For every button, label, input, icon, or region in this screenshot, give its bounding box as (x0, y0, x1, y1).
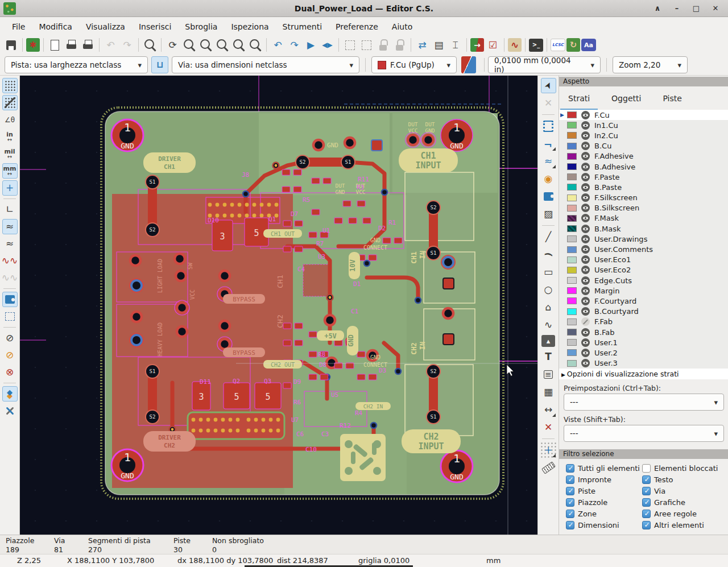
layer-color-swatch[interactable] (567, 267, 577, 274)
layer-row[interactable]: F.Cu (559, 110, 728, 120)
presets-select[interactable]: --- (564, 394, 724, 411)
views-select[interactable]: --- (564, 425, 724, 442)
dimension-tool-icon[interactable] (541, 402, 556, 417)
layer-row[interactable]: Margin (559, 285, 728, 296)
menu-visualizza[interactable]: Visualizza (80, 20, 131, 34)
close-button[interactable]: ✕ (708, 2, 723, 15)
layer-row[interactable]: User.Drawings (559, 234, 728, 244)
mirror-view-button[interactable] (320, 38, 335, 53)
layer-row[interactable]: F.Adhesive (559, 151, 728, 162)
layer-color-swatch[interactable] (567, 153, 577, 160)
place-text-tool-icon[interactable] (541, 349, 556, 365)
layer-row[interactable]: User.1 (559, 337, 728, 347)
layer-color-swatch[interactable] (567, 287, 577, 294)
layer-color-swatch[interactable] (567, 246, 577, 253)
footprint-outline-mode-icon[interactable] (2, 330, 18, 346)
layer-row[interactable]: B.Silkscreen (559, 203, 728, 213)
layer-row[interactable]: B.Adhesive (559, 162, 728, 172)
layer-color-swatch[interactable] (567, 360, 577, 367)
ratsnest-visibility-icon[interactable] (2, 219, 18, 234)
draw-circle-tool-icon[interactable] (541, 282, 556, 297)
menu-aiuto[interactable]: Aiuto (386, 20, 419, 34)
measure-tool-icon[interactable] (541, 460, 556, 475)
draw-polygon-tool-icon[interactable] (541, 300, 556, 315)
zoom-in-button[interactable] (181, 38, 197, 53)
layer-row[interactable]: F.Paste (559, 172, 728, 182)
visibility-eye-icon[interactable] (581, 193, 590, 202)
net-color-mode-icon[interactable] (2, 270, 18, 285)
layer-color-swatch[interactable] (567, 143, 577, 150)
units-mils-icon[interactable] (2, 146, 18, 162)
draw-bezier-tool-icon[interactable] (541, 317, 556, 333)
draw-rectangle-tool-icon[interactable] (541, 264, 556, 280)
layer-row[interactable]: In1.Cu (559, 120, 728, 130)
layer-color-swatch[interactable] (567, 225, 577, 232)
visibility-eye-icon[interactable] (581, 349, 590, 357)
layer-row[interactable]: B.Cu (559, 141, 728, 151)
visibility-eye-icon[interactable] (581, 287, 590, 295)
via-fill-mode-icon[interactable] (2, 365, 18, 380)
menu-ispeziona[interactable]: Ispeziona (225, 20, 275, 34)
ungroup-button[interactable] (359, 38, 374, 53)
visibility-eye-icon[interactable] (581, 235, 590, 243)
minimize-button[interactable]: – (669, 2, 685, 15)
layer-color-swatch[interactable] (567, 318, 577, 325)
layer-row[interactable]: In2.Cu (559, 130, 728, 140)
title-bar[interactable]: Dual_Power_Load — Editor C.S. ∧ – □ ✕ (0, 0, 728, 17)
place-textbox-tool-icon[interactable] (541, 367, 556, 382)
checkbox-tutti-gli-elementi[interactable] (566, 464, 574, 473)
grid-size-select[interactable]: 0,0100 mm (0,0004 in) (488, 56, 601, 73)
grid-visibility-icon[interactable] (2, 78, 18, 93)
layer-row[interactable]: F.Mask (559, 213, 728, 224)
pin-tool-button[interactable] (448, 38, 463, 53)
visibility-eye-icon[interactable] (581, 276, 590, 285)
visibility-eye-icon[interactable] (581, 152, 590, 160)
visibility-eye-icon[interactable] (581, 142, 590, 150)
menu-preferenze[interactable]: Preferenze (329, 20, 384, 34)
visibility-eye-icon[interactable] (581, 317, 590, 326)
page-settings-button[interactable] (47, 38, 63, 53)
checkbox-via[interactable] (642, 487, 651, 495)
visibility-eye-icon[interactable] (581, 131, 590, 140)
menu-file[interactable]: File (6, 20, 31, 34)
visibility-eye-icon[interactable] (581, 359, 590, 367)
save-button[interactable] (3, 38, 19, 53)
place-image-tool-icon[interactable] (541, 335, 555, 347)
layer-color-swatch[interactable] (567, 329, 577, 336)
visibility-eye-icon[interactable] (581, 204, 590, 212)
pcb-canvas[interactable]: 1 GND 1 GND 1 GND 1 GND S1 S2 S2 S1 S1 S… (20, 76, 537, 535)
scripting-console-button[interactable] (529, 39, 543, 52)
layer-row[interactable]: F.Silkscreen (559, 193, 728, 203)
cursor-shape-icon[interactable] (2, 180, 18, 196)
layer-row[interactable]: User.Comments (559, 244, 728, 254)
layer-color-swatch[interactable] (567, 194, 577, 201)
visibility-eye-icon[interactable] (581, 173, 590, 181)
place-via-tool-icon[interactable] (541, 171, 556, 187)
library-browser-button[interactable] (431, 38, 446, 53)
route-diff-pairs-tool-icon[interactable] (541, 154, 556, 169)
checkbox-piazzole[interactable] (566, 498, 574, 507)
layer-color-swatch[interactable] (567, 173, 577, 180)
select-tool-icon[interactable] (541, 78, 556, 93)
grid-overrides-icon[interactable] (2, 95, 18, 110)
zoom-selection-button[interactable] (247, 38, 263, 53)
layer-row[interactable]: User.Eco2 (559, 265, 728, 275)
undo-button[interactable] (103, 38, 118, 53)
appearance-panel-title[interactable]: Aspetto (559, 77, 728, 86)
net-highlight-button[interactable] (508, 38, 522, 52)
track-posture-toggle[interactable] (151, 56, 168, 73)
shade-window-button[interactable]: ∧ (650, 2, 665, 15)
visibility-eye-icon[interactable] (581, 214, 590, 222)
draw-rule-area-tool-icon[interactable] (541, 206, 556, 222)
layer-color-swatch[interactable] (567, 132, 577, 139)
units-inches-icon[interactable] (2, 129, 18, 144)
visibility-eye-icon[interactable] (581, 245, 590, 254)
layer-color-swatch[interactable] (567, 339, 577, 346)
checkbox-piste[interactable] (566, 487, 574, 495)
visibility-eye-icon[interactable] (581, 255, 590, 264)
unlock-button[interactable] (392, 38, 407, 53)
layer-row[interactable]: F.Courtyard (559, 296, 728, 306)
layer-color-swatch[interactable] (567, 122, 577, 129)
ratsnest-lines-mode-icon[interactable] (2, 236, 18, 251)
zone-fill-mode-icon[interactable] (2, 292, 18, 307)
